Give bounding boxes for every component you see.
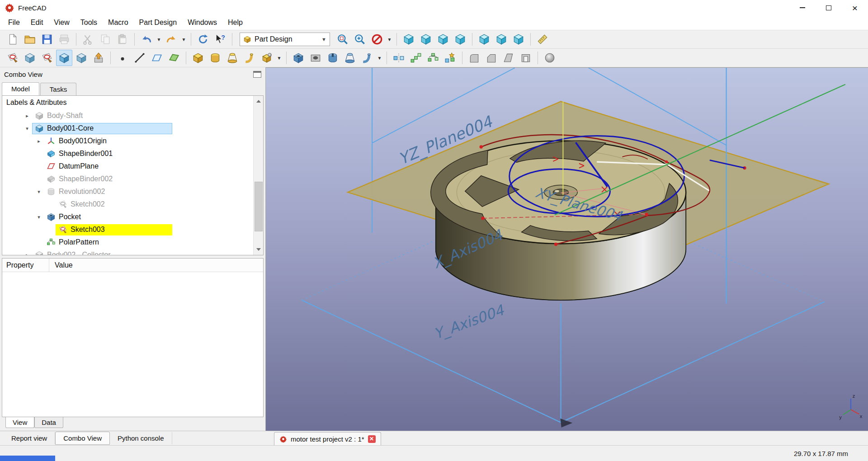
refresh-button[interactable] xyxy=(195,31,211,47)
workbench-selector[interactable]: Part Design ▼ xyxy=(240,33,330,46)
tree-scrollbar[interactable] xyxy=(253,96,263,255)
shape-binder-button[interactable] xyxy=(166,50,182,66)
draw-style-dropdown-button[interactable]: ▼ xyxy=(386,31,393,47)
undo-dropdown-button[interactable]: ▼ xyxy=(156,31,162,47)
redo-button[interactable] xyxy=(163,31,179,47)
scroll-down-icon[interactable] xyxy=(254,245,264,254)
multitransform-button[interactable] xyxy=(442,50,458,66)
chamfer-button[interactable] xyxy=(483,50,500,66)
datum-line-button[interactable] xyxy=(132,50,148,66)
draw-style-button[interactable] xyxy=(369,31,385,47)
thickness-button[interactable] xyxy=(518,50,534,66)
measure-button[interactable] xyxy=(534,31,551,47)
datum-plane-button[interactable] xyxy=(149,50,165,66)
menu-file[interactable]: File xyxy=(3,16,25,29)
menu-help[interactable]: Help xyxy=(222,16,248,29)
rotor-core-model[interactable] xyxy=(431,141,686,300)
expander-icon[interactable]: ▾ xyxy=(34,214,44,220)
additive-primitive-button[interactable] xyxy=(259,50,275,66)
create-clone-button[interactable] xyxy=(73,50,90,66)
datum-point-button[interactable] xyxy=(114,50,131,66)
expander-icon[interactable]: ▸ xyxy=(22,252,32,256)
whats-this-button[interactable] xyxy=(212,31,228,47)
subtractive-loft-button[interactable] xyxy=(342,50,358,66)
polar-pattern-button[interactable] xyxy=(425,50,441,66)
tab-report-view[interactable]: Report view xyxy=(4,432,55,444)
expander-icon[interactable]: ▸ xyxy=(22,113,32,119)
edit-sketch-button[interactable] xyxy=(22,50,38,66)
tab-tasks[interactable]: Tasks xyxy=(40,83,76,95)
pocket-button[interactable] xyxy=(290,50,307,66)
tree-item-pocket[interactable]: ▾ Pocket xyxy=(2,211,263,223)
additive-pipe-button[interactable] xyxy=(241,50,258,66)
print-button[interactable] xyxy=(56,31,72,47)
tree-item-sketch003[interactable]: Sketch003 xyxy=(2,223,263,236)
map-sketch-button[interactable] xyxy=(39,50,55,66)
fillet-button[interactable] xyxy=(466,50,482,66)
additive-primitive-dropdown-button[interactable]: ▼ xyxy=(276,50,283,66)
close-document-icon[interactable]: ✕ xyxy=(368,435,376,443)
copy-button[interactable] xyxy=(97,31,113,47)
maximize-button[interactable] xyxy=(816,0,842,15)
linear-pattern-button[interactable] xyxy=(408,50,424,66)
mirrored-button[interactable] xyxy=(391,50,407,66)
tree-item-polarpattern[interactable]: PolarPattern xyxy=(2,236,263,249)
bottom-view-button[interactable] xyxy=(493,31,509,47)
left-view-button[interactable] xyxy=(510,31,527,47)
hole-button[interactable] xyxy=(307,50,324,66)
paste-button[interactable] xyxy=(114,31,131,47)
new-file-button[interactable] xyxy=(5,31,21,47)
float-panel-button[interactable] xyxy=(253,71,261,78)
menu-macro[interactable]: Macro xyxy=(103,16,133,29)
expander-icon[interactable]: ▸ xyxy=(34,138,44,144)
additive-sphere-button[interactable] xyxy=(542,50,558,66)
create-body-button[interactable] xyxy=(56,50,72,66)
cut-button[interactable] xyxy=(80,31,96,47)
expander-icon[interactable]: ▾ xyxy=(34,189,44,195)
menu-tools[interactable]: Tools xyxy=(75,16,103,29)
tree-item-revolution002[interactable]: ▾ Revolution002 xyxy=(2,185,263,198)
menu-edit[interactable]: Edit xyxy=(25,16,49,29)
menu-windows[interactable]: Windows xyxy=(182,16,222,29)
tree-item-shapebinder002[interactable]: ShapeBinder002 xyxy=(2,173,263,185)
create-sketch-button[interactable] xyxy=(5,50,21,66)
close-button[interactable]: × xyxy=(842,0,868,15)
rear-view-button[interactable] xyxy=(476,31,492,47)
fit-selection-button[interactable] xyxy=(352,31,368,47)
tree-item-body-shaft[interactable]: ▸ Body-Shaft xyxy=(2,109,263,122)
revolution-button[interactable] xyxy=(207,50,223,66)
tab-view-properties[interactable]: View xyxy=(5,417,34,428)
menu-part-design[interactable]: Part Design xyxy=(134,16,183,29)
tree-item-sketch002[interactable]: Sketch002 xyxy=(2,198,263,211)
tree-item-body001-core[interactable]: ▾ Body001-Core xyxy=(2,122,263,135)
expander-icon[interactable]: ▾ xyxy=(22,126,32,132)
top-view-button[interactable] xyxy=(435,31,451,47)
tree-item-body002-collector[interactable]: ▸ Body002 - Collector xyxy=(2,249,263,255)
tree-item-datumplane[interactable]: DatumPlane xyxy=(2,160,263,173)
3d-viewport[interactable]: YZ_Plane004 XY_Plane004 X_Axis004 Y_Axis… xyxy=(266,68,868,431)
redo-dropdown-button[interactable]: ▼ xyxy=(180,31,187,47)
tab-model[interactable]: Model xyxy=(2,82,39,95)
subtractive-primitive-dropdown-button[interactable]: ▼ xyxy=(376,50,383,66)
minimize-button[interactable] xyxy=(789,0,816,15)
tree-item-body001origin[interactable]: ▸ Body001Origin xyxy=(2,135,263,147)
tab-data-properties[interactable]: Data xyxy=(34,417,63,428)
additive-loft-button[interactable] xyxy=(224,50,241,66)
scroll-up-icon[interactable] xyxy=(254,97,264,106)
open-file-button[interactable] xyxy=(22,31,38,47)
tree-item-shapebinder001[interactable]: ShapeBinder001 xyxy=(2,147,263,160)
migrate-button[interactable] xyxy=(90,50,107,66)
front-view-button[interactable] xyxy=(418,31,434,47)
right-view-button[interactable] xyxy=(452,31,468,47)
pad-button[interactable] xyxy=(190,50,206,66)
undo-button[interactable] xyxy=(138,31,155,47)
draft-button[interactable] xyxy=(500,50,517,66)
scrollbar-thumb[interactable] xyxy=(255,182,263,231)
fit-all-button[interactable] xyxy=(335,31,351,47)
save-button[interactable] xyxy=(39,31,55,47)
tab-python-console[interactable]: Python console xyxy=(110,432,172,444)
axonometric-view-button[interactable] xyxy=(401,31,417,47)
tab-combo-view[interactable]: Combo View xyxy=(55,432,110,445)
subtractive-pipe-button[interactable] xyxy=(359,50,375,66)
groove-button[interactable] xyxy=(325,50,341,66)
